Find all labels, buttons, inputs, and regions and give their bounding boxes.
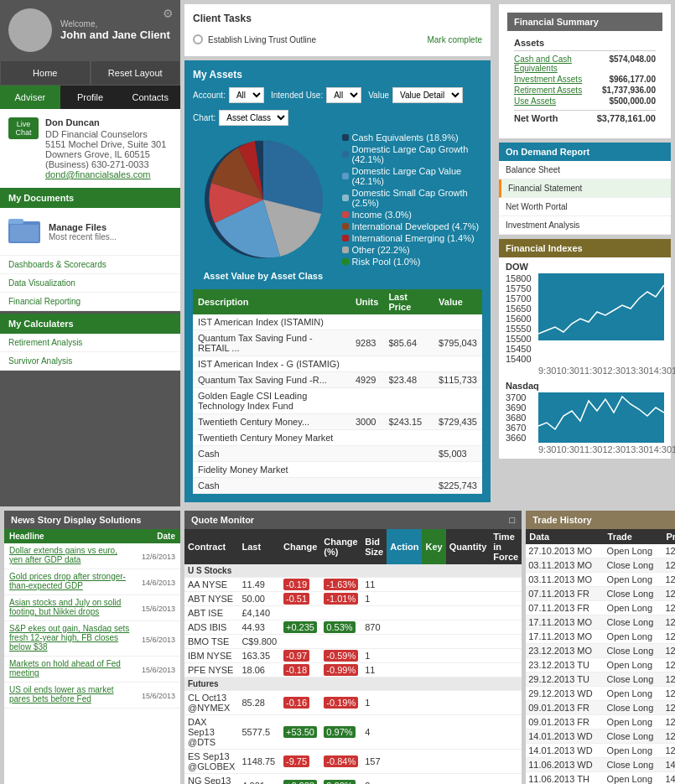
us-stocks-label: U S Stocks <box>184 564 522 578</box>
indexes-header: Financial Indexes <box>499 239 671 257</box>
col-change: Change <box>280 529 320 564</box>
welcome-label: Welcome, <box>60 19 170 29</box>
svg-point-0 <box>24 19 36 31</box>
advisor-email[interactable]: dond@financialsales.com <box>45 169 166 179</box>
table-row: 14.01.2013 WDOpen Long1295.75 <box>526 744 675 758</box>
svg-rect-4 <box>10 225 39 241</box>
intended-select[interactable]: All <box>326 87 361 103</box>
col-change-pct: Change (%) <box>320 529 361 564</box>
table-row: IBM NYSE163.35-0.97-0.59%1 <box>184 649 522 663</box>
my-assets-panel: My Assets Account: All Intended Use: All <box>184 60 491 502</box>
list-item: Asian stocks and July on solid footing, … <box>4 595 180 621</box>
tab-contacts[interactable]: Contacts <box>120 86 180 109</box>
account-label: Account: <box>193 91 226 100</box>
table-row: Quantum Tax Saving Fund -R...4929$23.48$… <box>193 372 482 388</box>
table-row: 07.11.2013 FRClose Long1274.25 <box>526 587 675 601</box>
table-row: DAX Sep13 @DTS5577.5+53.500.97%4 <box>184 715 522 750</box>
list-item: US oil ends lower as market pares bets b… <box>4 683 180 709</box>
report-item[interactable]: Investment Analysis <box>499 216 671 235</box>
list-item: Dollar extends gains vs euro, yen after … <box>4 543 180 569</box>
table-row: 23.12.2013 MOClose Long1278.00 <box>526 644 675 658</box>
calc-retirement[interactable]: Retirement Analysis <box>0 334 180 352</box>
quote-monitor-panel: Quote Monitor □ Contract Last Change Cha… <box>184 511 522 784</box>
svg-point-1 <box>19 34 40 45</box>
report-item[interactable]: Balance Sheet <box>499 161 671 179</box>
table-row: 11.06.2013 WDClose Long1413.50 <box>526 758 675 772</box>
my-calculators-header: My Calculaters <box>0 314 180 334</box>
fin-row: Cash and Cash Equivalents$574,048.00 <box>514 55 656 73</box>
table-row: ABT ISE£4,140 <box>184 606 522 620</box>
trade-header-label: Trade History <box>532 515 591 525</box>
assets-section-title: Assets <box>514 38 656 51</box>
financial-summary-header: Financial Summary <box>507 13 662 31</box>
report-item[interactable]: Net Worth Portal <box>499 198 671 216</box>
home-button[interactable]: Home <box>0 60 91 86</box>
manage-files-subtitle: Most recent files... <box>49 232 117 241</box>
advisor-company: DD Financial Counselors <box>45 129 166 139</box>
table-row: 03.11.2013 MOOpen Long1288.60 <box>526 573 675 587</box>
table-row: Twentieth Century Money Market <box>193 430 482 446</box>
tab-adviser[interactable]: Adviser <box>0 86 60 109</box>
dow-y-max: 15800 <box>506 273 536 283</box>
table-row: 07.11.2013 FROpen Long1274.25 <box>526 601 675 615</box>
col-price: Price <box>662 529 675 544</box>
task-text: Establish Living Trust Outline <box>208 35 316 44</box>
table-row: NG Sep13 @NYMEX4.001+0.0080.20%2 <box>184 774 522 785</box>
col-trade: Trade <box>605 529 663 544</box>
col-price: Last Price <box>383 289 434 314</box>
table-row: Cash$5,003 <box>193 446 482 462</box>
col-quantity: Quantity <box>446 529 491 564</box>
table-row: 17.11.2013 MOOpen Long1292.00 <box>526 630 675 644</box>
table-row: ES Sep13 @GLOBEX1148.75-9.75-0.84%157 <box>184 750 522 774</box>
doc-link-visualization[interactable]: Data Visualization <box>0 274 180 293</box>
table-row: ABT NYSE50.00-0.51-1.01%1 <box>184 592 522 606</box>
col-last: Last <box>238 529 280 564</box>
news-panel: News Story Display Solutions Headline Da… <box>4 511 180 784</box>
calc-survivor[interactable]: Survivor Analysis <box>0 352 180 371</box>
nasdaq-chart <box>538 392 664 443</box>
table-row: 29.12.2013 TUClose Long1298.25 <box>526 672 675 687</box>
reset-layout-button[interactable]: Reset Layout <box>91 60 181 86</box>
dow-chart <box>538 273 664 340</box>
news-col-headline: Headline <box>4 529 137 543</box>
table-row: CL Oct13 @NYMEX85.28-0.16-0.19%1 <box>184 691 522 715</box>
advisor-card: Live Chat Don Duncan DD Financial Counse… <box>0 109 180 188</box>
advisor-address: 5151 Mochel Drive, Suite 301 <box>45 139 166 149</box>
futures-label: Futures <box>184 678 522 691</box>
pie-chart <box>196 132 330 267</box>
report-item[interactable]: Financial Statement <box>499 179 671 198</box>
value-select[interactable]: Value Detail <box>392 87 463 103</box>
table-row: 17.11.2013 MOClose Long1292.00 <box>526 615 675 630</box>
fin-row: Use Assets$500,000.00 <box>514 96 656 106</box>
gear-icon[interactable]: ⚙ <box>163 7 174 20</box>
account-select[interactable]: All <box>229 87 264 103</box>
col-units: Units <box>350 289 384 314</box>
advisor-phone: (Business) 630-271-0033 <box>45 159 166 169</box>
list-item: Markets on hold ahead of Fed meeting15/6… <box>4 657 180 683</box>
files-icon <box>8 215 42 248</box>
chart-label: Chart: <box>193 113 215 122</box>
nasdaq-title: Nasdaq <box>506 381 664 391</box>
dow-y-min: 15400 <box>506 354 536 364</box>
col-description: Description <box>193 289 350 314</box>
live-chat-badge[interactable]: Live Chat <box>8 117 39 139</box>
trade-table: Data Trade Price 27.10.2013 MOOpen Long1… <box>526 529 675 784</box>
chart-select[interactable]: Asset Class <box>219 110 288 126</box>
col-time: Time in Force <box>490 529 522 564</box>
tab-profile[interactable]: Profile <box>60 86 121 109</box>
doc-link-financial[interactable]: Financial Reporting <box>0 293 180 311</box>
list-item: S&P ekes out gain, Nasdaq sets fresh 12-… <box>4 621 180 657</box>
my-documents-header: My Documents <box>0 188 180 208</box>
task-radio[interactable] <box>193 34 203 44</box>
doc-link-dashboards[interactable]: Dashboards & Scorecards <box>0 256 180 274</box>
col-action: Action <box>387 529 422 564</box>
net-worth-value: $3,778,161.00 <box>597 113 656 123</box>
mark-complete-btn[interactable]: Mark complete <box>427 35 482 44</box>
table-row: 03.11.2013 MOClose Long1288.60 <box>526 558 675 573</box>
on-demand-panel: On Demand Report Balance SheetFinancial … <box>499 143 671 235</box>
fin-row: Retirement Assets$1,737,936.00 <box>514 86 656 95</box>
table-row: 09.01.2013 FRClose Long1262.75 <box>526 701 675 715</box>
news-header: News Story Display Solutions <box>4 511 180 529</box>
col-data: Data <box>526 529 604 544</box>
quote-maximize-icon[interactable]: □ <box>510 515 516 525</box>
